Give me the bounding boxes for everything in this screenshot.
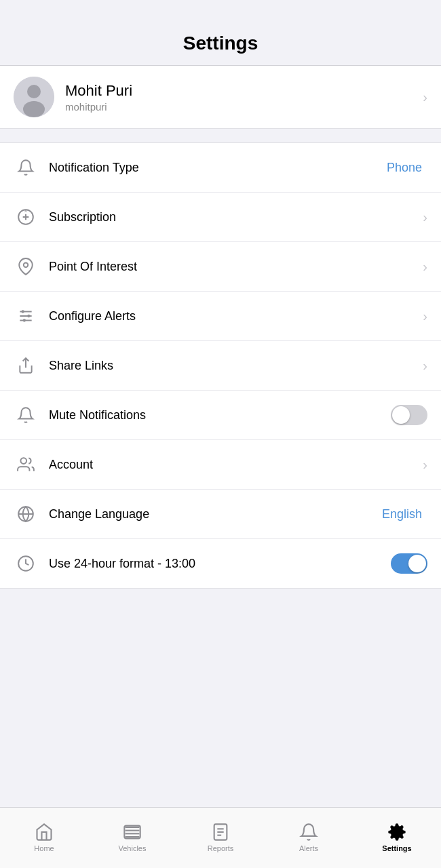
account-chevron: › bbox=[423, 457, 427, 473]
share-links-label: Share Links bbox=[49, 359, 423, 373]
nav-item-settings[interactable]: Settings bbox=[353, 808, 441, 861]
bottom-nav: Home Vehicles Reports bbox=[0, 807, 441, 868]
change-language-label: Change Language bbox=[49, 507, 382, 521]
svg-point-2 bbox=[23, 101, 45, 117]
settings-item-change-language[interactable]: Change Language English bbox=[0, 490, 441, 539]
nav-label-alerts: Alerts bbox=[299, 844, 318, 852]
time-format-toggle[interactable] bbox=[391, 553, 427, 574]
settings-list: Notification Type Phone Subscription › bbox=[0, 142, 441, 589]
nav-label-settings: Settings bbox=[382, 844, 411, 852]
settings-item-poi[interactable]: Point Of Interest › bbox=[0, 242, 441, 292]
svg-point-14 bbox=[20, 458, 26, 464]
account-label: Account bbox=[49, 458, 423, 472]
settings-item-share-links[interactable]: Share Links › bbox=[0, 341, 441, 391]
svg-point-10 bbox=[22, 310, 24, 313]
vehicles-icon bbox=[123, 823, 142, 842]
avatar bbox=[14, 77, 54, 117]
bell-icon bbox=[14, 155, 38, 180]
page-title: Settings bbox=[183, 33, 258, 54]
nav-label-vehicles: Vehicles bbox=[119, 844, 147, 852]
profile-row[interactable]: Mohit Puri mohitpuri › bbox=[0, 66, 441, 129]
account-icon bbox=[14, 452, 38, 477]
settings-item-subscription[interactable]: Subscription › bbox=[0, 193, 441, 242]
settings-icon bbox=[387, 823, 406, 842]
alerts-icon bbox=[299, 823, 318, 842]
settings-item-account[interactable]: Account › bbox=[0, 440, 441, 490]
poi-chevron: › bbox=[423, 259, 427, 275]
mute-notifications-label: Mute Notifications bbox=[49, 408, 391, 422]
profile-chevron: › bbox=[423, 90, 427, 105]
settings-item-notification-type[interactable]: Notification Type Phone bbox=[0, 143, 441, 193]
svg-point-6 bbox=[24, 263, 28, 268]
mute-toggle-thumb bbox=[392, 406, 410, 424]
share-icon bbox=[14, 353, 38, 378]
settings-item-configure-alerts[interactable]: Configure Alerts › bbox=[0, 292, 441, 341]
nav-item-vehicles[interactable]: Vehicles bbox=[88, 808, 176, 861]
settings-item-mute-notifications[interactable]: Mute Notifications bbox=[0, 391, 441, 440]
poi-label: Point Of Interest bbox=[49, 260, 423, 274]
sliders-icon bbox=[14, 304, 38, 328]
poi-icon bbox=[14, 254, 38, 279]
time-format-label: Use 24-hour format - 13:00 bbox=[49, 557, 391, 571]
subscription-chevron: › bbox=[423, 210, 427, 225]
mute-notifications-toggle[interactable] bbox=[391, 405, 427, 425]
bell-mute-icon bbox=[14, 403, 38, 427]
nav-label-reports: Reports bbox=[208, 844, 234, 852]
share-links-chevron: › bbox=[423, 358, 427, 374]
notification-type-label: Notification Type bbox=[49, 161, 387, 175]
nav-label-home: Home bbox=[34, 844, 54, 852]
change-language-value: English bbox=[382, 507, 422, 521]
svg-point-12 bbox=[23, 319, 26, 321]
time-toggle-thumb bbox=[408, 555, 426, 572]
profile-username: mohitpuri bbox=[65, 101, 423, 113]
subscription-icon bbox=[14, 205, 38, 229]
reports-icon bbox=[211, 823, 230, 842]
mute-toggle-track bbox=[391, 405, 427, 425]
profile-name: Mohit Puri bbox=[65, 82, 423, 100]
notification-type-value: Phone bbox=[387, 161, 422, 175]
nav-item-home[interactable]: Home bbox=[0, 808, 88, 861]
svg-point-1 bbox=[27, 85, 41, 98]
time-toggle-track bbox=[391, 553, 427, 574]
content: Mohit Puri mohitpuri › Notification Type… bbox=[0, 66, 441, 807]
configure-alerts-chevron: › bbox=[423, 309, 427, 324]
header: Settings bbox=[0, 0, 441, 66]
subscription-label: Subscription bbox=[49, 210, 423, 224]
configure-alerts-label: Configure Alerts bbox=[49, 309, 423, 323]
settings-item-time-format[interactable]: Use 24-hour format - 13:00 bbox=[0, 539, 441, 588]
globe-icon bbox=[14, 502, 38, 526]
svg-point-11 bbox=[27, 315, 30, 317]
nav-item-alerts[interactable]: Alerts bbox=[265, 808, 353, 861]
home-icon bbox=[35, 823, 54, 842]
profile-info: Mohit Puri mohitpuri bbox=[65, 82, 423, 113]
clock-icon bbox=[14, 551, 38, 576]
nav-item-reports[interactable]: Reports bbox=[176, 808, 265, 861]
